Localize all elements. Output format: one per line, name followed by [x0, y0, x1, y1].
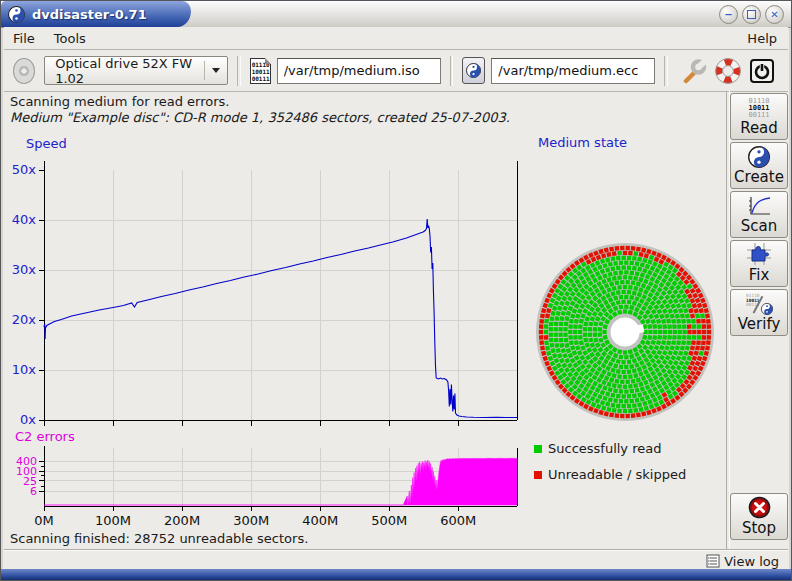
medium-state-title: Medium state [538, 135, 627, 150]
scan-curve-icon [747, 195, 771, 217]
close-button[interactable]: ✕ [765, 5, 784, 24]
c2-area-series [44, 458, 517, 505]
x-axis-tick-label: 100M [95, 513, 131, 528]
fix-button[interactable]: Fix [730, 240, 788, 287]
scan-button[interactable]: Scan [730, 191, 788, 238]
read-button[interactable]: 011101001100111 Read [730, 93, 788, 140]
stop-button[interactable]: Stop [730, 493, 788, 540]
titlebar[interactable]: dvdisaster-0.71 − ✕ [1, 1, 791, 28]
toolbar: Optical drive 52X FW 1.02 01110 10011 00… [4, 50, 788, 92]
x-axis-tick-label: 600M [440, 513, 476, 528]
create-button[interactable]: Create [730, 142, 788, 189]
c2-y-tick-label: 6 [30, 485, 37, 498]
titlebar-tab[interactable]: dvdisaster-0.71 [1, 1, 191, 27]
c2-errors-chart: 0M100M200M300M400M500M600M400100256 [16, 446, 517, 528]
maximize-button[interactable] [742, 5, 761, 24]
scan-result-message: Scanning finished: 28752 unreadable sect… [10, 531, 308, 546]
preferences-wrench-icon[interactable] [681, 58, 707, 84]
combo-separator [204, 61, 205, 80]
x-axis-tick-label: 400M [302, 513, 338, 528]
legend-item-read: Successfully read [534, 441, 661, 456]
status-message: Scanning medium for read errors. [10, 94, 229, 109]
medium-info: Medium "Example disc": CD-R mode 1, 3524… [10, 110, 510, 125]
speed-y-tick-label: 20x [12, 312, 37, 327]
ecc-file-icon [462, 57, 485, 84]
menu-tools[interactable]: Tools [54, 31, 86, 46]
drive-selector-dropdown[interactable]: Optical drive 52X FW 1.02 [44, 56, 228, 85]
iso-file-icon: 01110 10011 00111 [250, 58, 271, 84]
ecc-path-input[interactable] [491, 58, 655, 84]
view-log-icon [706, 554, 720, 568]
binary-read-icon: 011101001100111 [748, 98, 769, 119]
c2-errors-title: C2 errors [15, 429, 75, 444]
minimize-button[interactable]: − [719, 5, 738, 24]
iso-path-input[interactable] [277, 58, 441, 84]
drive-selector-value: Optical drive 52X FW 1.02 [55, 56, 194, 86]
speed-chart: 0x10x20x30x40x50x [12, 161, 517, 427]
speed-y-tick-label: 0x [20, 412, 36, 427]
legend-swatch-red [534, 471, 542, 479]
app-window: dvdisaster-0.71 − ✕ File Tools Help Opti… [0, 0, 792, 581]
chevron-down-icon [212, 68, 220, 73]
x-axis-tick-label: 200M [164, 513, 200, 528]
speed-chart-title: Speed [26, 136, 67, 151]
speed-y-tick-label: 10x [12, 362, 37, 377]
c2-y-tick-label: 400 [16, 455, 37, 468]
c2-y-tick-label: 100 [16, 465, 37, 478]
yin-yang-icon [748, 146, 770, 168]
statusbar: View log [4, 550, 788, 571]
toolbar-separator [664, 56, 668, 86]
c2-y-tick-label: 25 [23, 475, 37, 488]
verify-button[interactable]: 011101001100111 Verify [730, 289, 788, 336]
app-icon [8, 6, 25, 23]
speed-y-tick-label: 30x [12, 262, 37, 277]
menubar: File Tools Help [4, 27, 788, 50]
x-axis-tick-label: 500M [371, 513, 407, 528]
legend-item-unreadable: Unreadable / skipped [534, 467, 686, 482]
view-log-button[interactable]: View log [706, 554, 779, 569]
legend-swatch-green [534, 445, 542, 453]
window-title: dvdisaster-0.71 [32, 7, 147, 22]
action-sidebar: 011101001100111 Read Create Scan Fix [730, 93, 789, 338]
window-bottom-border [1, 569, 791, 580]
speed-y-tick-label: 50x [12, 162, 37, 177]
help-lifebuoy-icon[interactable] [715, 58, 741, 84]
menu-help[interactable]: Help [747, 31, 777, 46]
toolbar-separator [450, 56, 454, 86]
menu-file[interactable]: File [13, 31, 35, 46]
x-axis-tick-label: 0M [34, 513, 54, 528]
puzzle-piece-icon [746, 242, 772, 266]
medium-state-disc [536, 243, 714, 421]
stop-icon [748, 496, 771, 519]
quit-power-icon[interactable] [749, 58, 775, 84]
speed-line-series [44, 219, 517, 418]
x-axis-tick-label: 300M [233, 513, 269, 528]
speed-y-tick-label: 40x [12, 212, 37, 227]
cd-drive-icon[interactable] [13, 58, 35, 84]
toolbar-separator [237, 56, 241, 86]
verify-compare-icon: 011101001100111 [744, 293, 774, 315]
